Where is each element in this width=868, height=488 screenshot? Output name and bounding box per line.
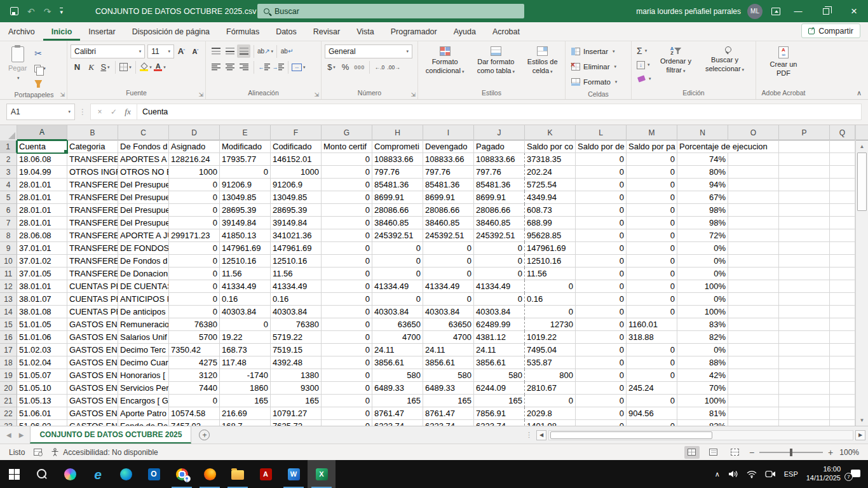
cell-L18[interactable]: 0 xyxy=(576,356,627,369)
cell-A21[interactable]: 51.05.13 xyxy=(17,395,67,407)
column-header-I[interactable]: I xyxy=(423,125,474,140)
cell-I19[interactable]: 580 xyxy=(423,369,474,382)
cell-G10[interactable]: 0 xyxy=(322,255,372,268)
row-header-18[interactable]: 18 xyxy=(0,356,17,369)
cell-K10[interactable]: 12510.16 xyxy=(525,255,576,268)
cell-M14[interactable]: 0 xyxy=(627,306,677,318)
horizontal-scrollbar[interactable] xyxy=(548,430,853,440)
cell-M5[interactable]: 0 xyxy=(627,191,677,204)
row-header-9[interactable]: 9 xyxy=(0,242,17,255)
cell-J22[interactable]: 7856.91 xyxy=(474,407,525,420)
number-dialog-launcher-icon[interactable]: ⇲ xyxy=(410,92,416,98)
taskbar-search-button[interactable] xyxy=(28,460,56,488)
cell-O16[interactable] xyxy=(728,331,779,344)
font-name-select[interactable]: Calibri▾ xyxy=(71,44,145,58)
merge-center-button[interactable]: ↔▾ xyxy=(292,60,306,74)
cell-I18[interactable]: 3856.61 xyxy=(423,356,474,369)
cell-P17[interactable] xyxy=(779,344,830,356)
cell-K12[interactable]: 0 xyxy=(525,280,576,293)
cell-B14[interactable]: CUENTAS PEN xyxy=(67,306,118,318)
cell-I21[interactable]: 165 xyxy=(423,395,474,407)
cell-N14[interactable]: 100% xyxy=(677,306,728,318)
comma-format-button[interactable]: 000 xyxy=(353,60,366,74)
tab-acrobat[interactable]: Acrobat xyxy=(484,24,528,41)
cell-P11[interactable] xyxy=(779,268,830,280)
cell-C2[interactable]: APORTES A xyxy=(118,153,169,166)
increase-indent-button[interactable]: → xyxy=(271,60,285,74)
cell-O19[interactable] xyxy=(728,369,779,382)
cell-L13[interactable]: 0 xyxy=(576,293,627,306)
cell-L2[interactable]: 0 xyxy=(576,153,627,166)
cell-B18[interactable]: GASTOS EN F xyxy=(67,356,118,369)
cell-H6[interactable]: 28086.66 xyxy=(372,204,423,217)
cell-I17[interactable]: 24.11 xyxy=(423,344,474,356)
cell-G17[interactable]: 0 xyxy=(322,344,372,356)
cell-P10[interactable] xyxy=(779,255,830,268)
cell-A10[interactable]: 37.01.02 xyxy=(17,255,67,268)
cell-A4[interactable]: 28.01.01 xyxy=(17,179,67,191)
cell-M7[interactable]: 0 xyxy=(627,217,677,229)
tab-f-rmulas[interactable]: Fórmulas xyxy=(218,24,268,41)
taskbar-excel-button[interactable]: X xyxy=(308,460,336,488)
cell-E4[interactable]: 91206.9 xyxy=(220,179,271,191)
cell-C18[interactable]: Decimo Cuar xyxy=(118,356,169,369)
cell-D3[interactable]: 1000 xyxy=(169,166,220,179)
cell-A9[interactable]: 37.01.01 xyxy=(17,242,67,255)
macro-record-icon[interactable] xyxy=(34,449,42,456)
cell-E14[interactable]: 40303.84 xyxy=(220,306,271,318)
avatar[interactable]: ML xyxy=(747,4,763,19)
cell-F18[interactable]: 4392.48 xyxy=(271,356,322,369)
cell-D14[interactable]: 0 xyxy=(169,306,220,318)
paste-button[interactable]: Pegar▾ xyxy=(4,43,31,90)
align-bottom-button[interactable] xyxy=(237,44,250,58)
cell-I6[interactable]: 28086.66 xyxy=(423,204,474,217)
cell-K22[interactable]: 2029.8 xyxy=(525,407,576,420)
cell-I13[interactable]: 0 xyxy=(423,293,474,306)
cell-E2[interactable]: 17935.77 xyxy=(220,153,271,166)
tab-vista[interactable]: Vista xyxy=(348,24,383,41)
cell-M8[interactable]: 0 xyxy=(627,229,677,242)
cell-H10[interactable]: 0 xyxy=(372,255,423,268)
cell-M4[interactable]: 0 xyxy=(627,179,677,191)
scroll-left-icon[interactable]: ◀ xyxy=(536,430,546,440)
cell-B3[interactable]: OTROS INGR xyxy=(67,166,118,179)
language-indicator[interactable]: ESP xyxy=(784,470,798,478)
cell-O5[interactable] xyxy=(728,191,779,204)
cell-B13[interactable]: CUENTAS PEN xyxy=(67,293,118,306)
cell-H8[interactable]: 245392.51 xyxy=(372,229,423,242)
cell-A5[interactable]: 28.01.01 xyxy=(17,191,67,204)
cell-H21[interactable]: 165 xyxy=(372,395,423,407)
align-middle-button[interactable] xyxy=(223,44,236,58)
cell-N10[interactable]: 0% xyxy=(677,255,728,268)
cell-G21[interactable]: 0 xyxy=(322,395,372,407)
cell-C20[interactable]: Servicios Per xyxy=(118,382,169,395)
row-header-13[interactable]: 13 xyxy=(0,293,17,306)
cell-A16[interactable]: 51.01.06 xyxy=(17,331,67,344)
cell-M1[interactable]: Saldo por pa xyxy=(627,140,677,153)
cell-I10[interactable]: 0 xyxy=(423,255,474,268)
notification-center-icon[interactable]: 7 xyxy=(849,470,860,479)
cell-C23[interactable]: Fondo de Re xyxy=(118,420,169,426)
decrease-decimal-button[interactable]: .00→ xyxy=(387,60,400,74)
cell-K8[interactable]: 95628.85 xyxy=(525,229,576,242)
cell-F10[interactable]: 12510.16 xyxy=(271,255,322,268)
cell-D16[interactable]: 5700 xyxy=(169,331,220,344)
cell-H17[interactable]: 24.11 xyxy=(372,344,423,356)
cell-F14[interactable]: 40303.84 xyxy=(271,306,322,318)
cell-J13[interactable]: 0 xyxy=(474,293,525,306)
cell-P4[interactable] xyxy=(779,179,830,191)
cell-F8[interactable]: 341021.36 xyxy=(271,229,322,242)
alignment-dialog-launcher-icon[interactable]: ⇲ xyxy=(314,92,319,98)
column-header-C[interactable]: C xyxy=(118,125,169,140)
cell-D17[interactable]: 7350.42 xyxy=(169,344,220,356)
cell-J19[interactable]: 580 xyxy=(474,369,525,382)
cell-B20[interactable]: GASTOS EN F xyxy=(67,382,118,395)
cell-K2[interactable]: 37318.35 xyxy=(525,153,576,166)
cell-B17[interactable]: GASTOS EN F xyxy=(67,344,118,356)
cell-C11[interactable]: De Donacion xyxy=(118,268,169,280)
fill-button[interactable]: ↓▾ xyxy=(635,58,653,71)
cell-A17[interactable]: 51.02.03 xyxy=(17,344,67,356)
taskbar-ie-button[interactable]: e xyxy=(84,460,112,488)
format-cells-button[interactable]: Formato▾ xyxy=(569,74,620,90)
bold-button[interactable]: N xyxy=(71,60,84,74)
